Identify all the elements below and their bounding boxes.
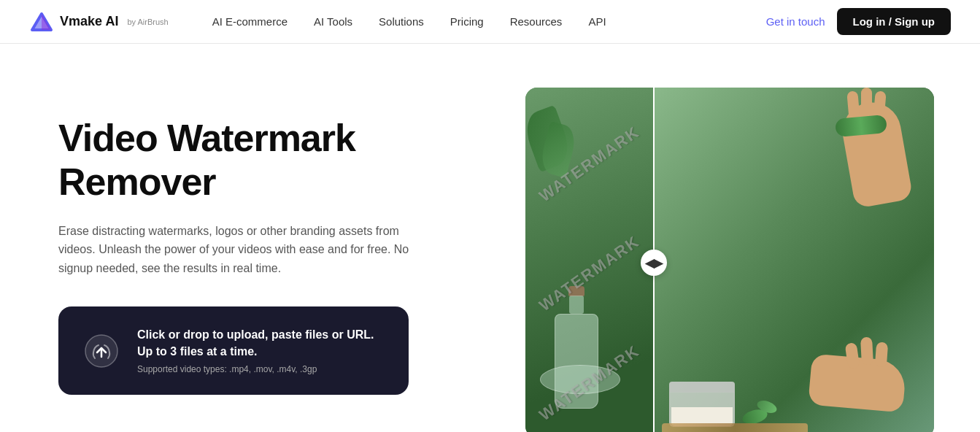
image-before: WATERMARK WATERMARK WATERMARK (525, 88, 653, 432)
nav-resources[interactable]: Resources (510, 15, 563, 28)
comparison-divider[interactable]: ◀▶ (653, 88, 655, 432)
nav-ai-tools[interactable]: AI Tools (314, 15, 352, 28)
logo[interactable]: Vmake AI by AirBrush (29, 9, 169, 34)
upload-text-area: Click or drop to upload, paste files or … (137, 327, 385, 374)
logo-by: by AirBrush (127, 18, 168, 26)
image-after (655, 88, 934, 432)
hands-decoration (832, 102, 919, 248)
logo-text: Vmake AI (60, 14, 118, 29)
nav-ai-ecommerce[interactable]: AI E-commerce (212, 15, 288, 28)
get-in-touch-link[interactable]: Get in touch (766, 15, 825, 28)
jar-decoration (669, 382, 735, 427)
upload-box[interactable]: Click or drop to upload, paste files or … (58, 306, 409, 395)
nav-api[interactable]: API (588, 15, 606, 28)
upload-icon-wrap (82, 331, 121, 371)
divider-arrows-icon: ◀▶ (645, 256, 663, 270)
nav-links: AI E-commerce AI Tools Solutions Pricing… (212, 15, 766, 28)
logo-icon (29, 9, 54, 34)
left-panel: Video Watermark Remover Erase distractin… (58, 88, 482, 395)
nav-pricing[interactable]: Pricing (450, 15, 484, 28)
upload-main-text: Click or drop to upload, paste files or … (137, 327, 385, 360)
hero-title: Video Watermark Remover (58, 117, 482, 204)
hero-description: Erase distracting watermarks, logos or o… (58, 222, 438, 278)
login-signup-button[interactable]: Log in / Sign up (837, 8, 951, 35)
second-hand-decoration (810, 336, 927, 409)
nav-solutions[interactable]: Solutions (379, 15, 424, 28)
comparison-panel: WATERMARK WATERMARK WATERMARK ◀▶ (525, 88, 934, 432)
upload-icon (84, 333, 119, 369)
upload-sub-text: Supported video types: .mp4, .mov, .m4v,… (137, 364, 385, 374)
main-content: Video Watermark Remover Erase distractin… (0, 44, 980, 432)
navbar: Vmake AI by AirBrush AI E-commerce AI To… (0, 0, 980, 44)
nav-actions: Get in touch Log in / Sign up (766, 8, 951, 35)
divider-handle[interactable]: ◀▶ (641, 250, 667, 276)
